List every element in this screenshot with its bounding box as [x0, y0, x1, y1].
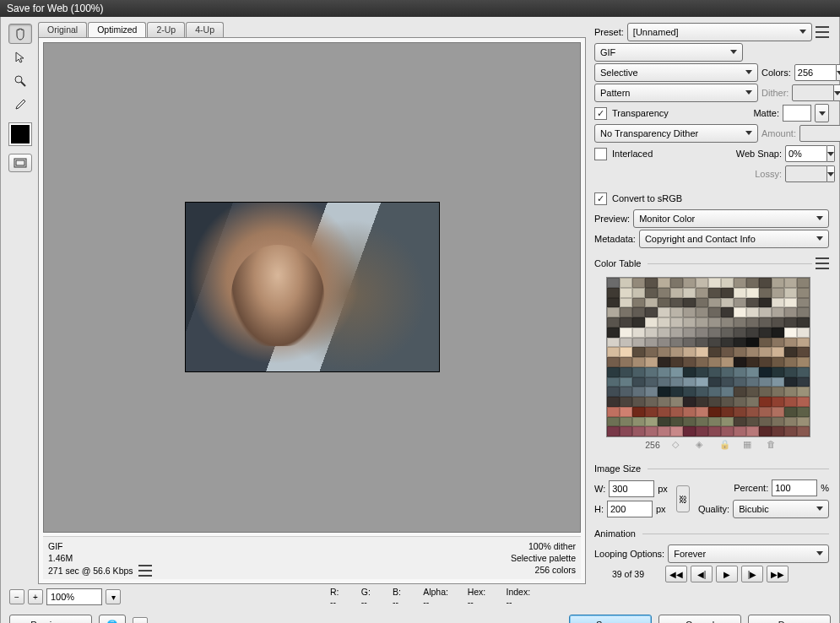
color-table-swatch[interactable]	[670, 367, 683, 377]
color-table-swatch[interactable]	[696, 407, 708, 417]
color-table-swatch[interactable]	[620, 426, 632, 436]
color-table-swatch[interactable]	[683, 298, 696, 308]
color-table-swatch[interactable]	[632, 426, 645, 436]
color-table-swatch[interactable]	[620, 278, 632, 288]
color-table-swatch[interactable]	[620, 347, 632, 357]
color-table-swatch[interactable]	[658, 367, 670, 377]
color-table-swatch[interactable]	[645, 387, 658, 397]
tab-4up[interactable]: 4-Up	[186, 22, 224, 37]
color-table-swatch[interactable]	[670, 338, 683, 348]
preset-select[interactable]: [Unnamed]	[627, 23, 812, 41]
color-table-swatch[interactable]	[607, 338, 620, 348]
color-table-swatch[interactable]	[784, 278, 797, 288]
color-table-swatch[interactable]	[658, 278, 670, 288]
color-table-swatch[interactable]	[734, 387, 746, 397]
colors-input[interactable]	[794, 64, 838, 81]
color-table-swatch[interactable]	[696, 317, 708, 328]
color-table-swatch[interactable]	[658, 307, 670, 317]
color-table-swatch[interactable]	[784, 387, 797, 397]
interlaced-checkbox[interactable]	[594, 148, 607, 160]
color-table-swatch[interactable]	[670, 426, 683, 436]
color-table-swatch[interactable]	[759, 417, 772, 427]
color-table-swatch[interactable]	[607, 278, 620, 288]
color-table-swatch[interactable]	[632, 328, 645, 338]
color-table-swatch[interactable]	[797, 426, 810, 436]
color-table-swatch[interactable]	[708, 298, 721, 308]
color-table-swatch[interactable]	[708, 317, 721, 328]
color-table-swatch[interactable]	[620, 338, 632, 348]
color-table-swatch[interactable]	[721, 307, 734, 317]
height-input[interactable]	[607, 501, 653, 517]
color-table-swatch[interactable]	[670, 278, 683, 288]
color-table-swatch[interactable]	[708, 367, 721, 377]
ct-icon-new[interactable]: ▦	[743, 439, 755, 451]
color-table-swatch[interactable]	[759, 307, 772, 317]
color-table-swatch[interactable]	[632, 307, 645, 317]
cancel-button[interactable]: Cancel	[658, 615, 741, 623]
color-table-swatch[interactable]	[708, 347, 721, 357]
color-table-swatch[interactable]	[632, 387, 645, 397]
color-table-swatch[interactable]	[645, 426, 658, 436]
color-table-swatch[interactable]	[632, 338, 645, 348]
color-table-swatch[interactable]	[797, 298, 810, 308]
color-table-swatch[interactable]	[683, 307, 696, 317]
color-table-swatch[interactable]	[797, 367, 810, 377]
color-table-swatch[interactable]	[632, 377, 645, 387]
color-table-swatch[interactable]	[797, 407, 810, 417]
color-table-swatch[interactable]	[746, 307, 759, 317]
color-table-swatch[interactable]	[721, 387, 734, 397]
color-table-swatch[interactable]	[772, 328, 784, 338]
color-table-swatch[interactable]	[607, 387, 620, 397]
color-table-swatch[interactable]	[632, 397, 645, 407]
preview-canvas[interactable]	[43, 42, 581, 533]
color-table-swatch[interactable]	[658, 317, 670, 328]
color-table-swatch[interactable]	[772, 387, 784, 397]
color-table-swatch[interactable]	[696, 288, 708, 298]
color-table-swatch[interactable]	[784, 397, 797, 407]
zoom-tool[interactable]	[8, 71, 32, 91]
color-table-swatch[interactable]	[721, 357, 734, 367]
color-table-swatch[interactable]	[620, 328, 632, 338]
color-table-swatch[interactable]	[632, 288, 645, 298]
color-table-swatch[interactable]	[759, 278, 772, 288]
color-table-swatch[interactable]	[784, 367, 797, 377]
color-table-swatch[interactable]	[683, 357, 696, 367]
color-table-swatch[interactable]	[784, 417, 797, 427]
color-table-swatch[interactable]	[784, 347, 797, 357]
optimize-menu[interactable]	[816, 25, 829, 39]
play-button[interactable]: ▶	[716, 566, 738, 582]
color-table-swatch[interactable]	[759, 377, 772, 387]
color-table-swatch[interactable]	[772, 298, 784, 308]
browser-preview-button[interactable]: 🌐	[99, 615, 126, 623]
color-table-swatch[interactable]	[696, 338, 708, 348]
download-speed-menu[interactable]	[138, 564, 152, 577]
color-table-swatch[interactable]	[784, 357, 797, 367]
color-table-swatch[interactable]	[658, 387, 670, 397]
color-table-swatch[interactable]	[696, 307, 708, 317]
color-table-swatch[interactable]	[620, 377, 632, 387]
color-table-swatch[interactable]	[658, 397, 670, 407]
color-table-swatch[interactable]	[784, 426, 797, 436]
toggle-slices-button[interactable]	[8, 154, 32, 172]
color-table-swatch[interactable]	[746, 288, 759, 298]
color-table-menu[interactable]	[816, 257, 829, 270]
color-table-swatch[interactable]	[746, 347, 759, 357]
color-table-swatch[interactable]	[746, 367, 759, 377]
color-table-swatch[interactable]	[746, 397, 759, 407]
color-table-swatch[interactable]	[721, 367, 734, 377]
preview-select[interactable]: Monitor Color	[633, 209, 829, 228]
color-table-swatch[interactable]	[632, 407, 645, 417]
color-table-swatch[interactable]	[759, 317, 772, 328]
color-table-swatch[interactable]	[759, 387, 772, 397]
color-table-swatch[interactable]	[645, 328, 658, 338]
color-table-swatch[interactable]	[645, 298, 658, 308]
format-select[interactable]: GIF	[594, 43, 743, 62]
color-table-swatch[interactable]	[645, 357, 658, 367]
color-table-swatch[interactable]	[772, 347, 784, 357]
color-table-swatch[interactable]	[683, 407, 696, 417]
color-table-swatch[interactable]	[607, 307, 620, 317]
color-table-swatch[interactable]	[721, 278, 734, 288]
eyedropper-color-swatch[interactable]	[9, 123, 31, 145]
color-table-swatch[interactable]	[607, 397, 620, 407]
color-table-swatch[interactable]	[734, 367, 746, 377]
